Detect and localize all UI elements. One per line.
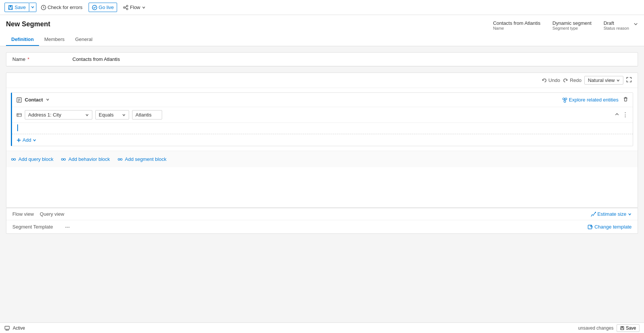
svg-rect-50 <box>621 326 623 327</box>
header-segment-type-label: Segment type <box>552 26 591 30</box>
chevron-down-icon <box>633 22 638 26</box>
svg-rect-45 <box>5 326 9 329</box>
redo-icon <box>563 78 568 83</box>
svg-line-5 <box>44 8 44 8</box>
undo-button[interactable]: Undo <box>542 77 560 83</box>
svg-point-8 <box>126 5 128 7</box>
svg-rect-1 <box>9 5 11 7</box>
tab-general[interactable]: General <box>70 34 98 46</box>
tab-definition[interactable]: Definition <box>6 34 39 46</box>
chevron-down-icon <box>46 98 50 101</box>
header-status-reason-value: Draft <box>603 20 629 26</box>
svg-rect-26 <box>17 114 21 117</box>
screen-icon <box>5 325 10 331</box>
behavior-icon <box>61 157 66 162</box>
svg-rect-22 <box>624 98 627 101</box>
chevron-down-icon <box>33 138 36 142</box>
change-template-button[interactable]: Change template <box>588 224 632 230</box>
header-status-reason-label: Status reason <box>603 26 629 30</box>
main-toolbar: Save Check for errors Go live Flow <box>0 0 644 15</box>
name-label: Name * <box>12 56 72 62</box>
chevron-down-icon <box>616 79 620 82</box>
clock-icon <box>41 5 46 10</box>
header-name-value: Contacts from Atlantis <box>493 20 540 26</box>
flow-button[interactable]: Flow <box>120 3 148 12</box>
svg-point-38 <box>120 158 122 160</box>
go-live-button[interactable]: Go live <box>89 3 117 12</box>
add-behavior-block-button[interactable]: Add behavior block <box>61 156 110 162</box>
add-condition-button[interactable]: Add <box>17 137 36 143</box>
explore-icon <box>562 97 567 103</box>
chevron-down-icon <box>628 212 632 216</box>
go-live-icon <box>92 5 97 10</box>
tabs: Definition Members General <box>6 34 638 46</box>
header-segment-type-value: Dynamic segment <box>552 20 591 26</box>
condition-field-button[interactable]: Address 1: City <box>25 110 92 120</box>
svg-point-7 <box>123 7 125 8</box>
add-query-block-button[interactable]: Add query block <box>11 156 53 162</box>
flow-chevron-icon <box>142 6 146 9</box>
redo-button[interactable]: Redo <box>563 77 581 83</box>
text-cursor <box>17 124 18 131</box>
segment-builder: Undo Redo Natural view Contact <box>6 73 638 208</box>
page-header: New Segment Contacts from Atlantis Name … <box>0 15 644 46</box>
svg-point-32 <box>14 158 16 160</box>
plus-icon <box>17 138 21 142</box>
add-segment-block-button[interactable]: Add segment block <box>117 156 167 162</box>
status-active-text: Active <box>13 325 25 331</box>
block-actions: Add query block Add behavior block Add s… <box>6 151 638 167</box>
builder-toolbar: Undo Redo Natural view <box>6 73 638 88</box>
header-collapse-button[interactable] <box>633 22 638 27</box>
main-content: Name * Contacts from Atlantis Undo Redo … <box>0 46 644 322</box>
svg-point-31 <box>12 158 14 160</box>
svg-point-35 <box>64 158 66 160</box>
status-bar: Active unsaved changes Save <box>0 322 644 333</box>
flow-view-button[interactable]: Flow view <box>12 211 34 217</box>
expand-icon <box>626 77 632 82</box>
chevron-up-icon <box>615 112 619 117</box>
bottom-section: Flow view Query view Estimate size Segme… <box>6 208 638 234</box>
svg-line-11 <box>125 8 126 9</box>
save-button[interactable]: Save <box>5 3 29 12</box>
svg-point-9 <box>126 8 128 10</box>
header-meta: Contacts from Atlantis Name Dynamic segm… <box>493 20 629 30</box>
condition-more-button[interactable]: ⋮ <box>622 112 628 118</box>
svg-point-17 <box>565 98 567 100</box>
chevron-down-icon <box>31 5 35 9</box>
svg-point-16 <box>563 98 564 100</box>
condition-collapse-button[interactable] <box>615 112 619 118</box>
status-save-button[interactable]: Save <box>617 324 639 332</box>
field-icon <box>17 112 22 118</box>
query-view-button[interactable]: Query view <box>40 211 64 217</box>
save-icon <box>620 326 624 330</box>
template-label: Segment Template <box>12 224 53 230</box>
contact-dropdown-button[interactable] <box>46 97 50 103</box>
condition-value: Atlantis <box>132 110 162 120</box>
explore-related-button[interactable]: Explore related entities <box>562 97 618 103</box>
delete-icon <box>623 97 628 102</box>
undo-icon <box>542 78 547 83</box>
contact-icon <box>17 97 22 103</box>
delete-block-button[interactable] <box>623 97 628 103</box>
condition-operator-button[interactable]: Equals <box>95 110 129 120</box>
svg-point-37 <box>118 158 120 160</box>
condition-row: Address 1: City Equals Atlantis ⋮ <box>12 107 633 123</box>
page-title: New Segment <box>6 20 50 28</box>
query-icon <box>11 157 16 162</box>
name-card: Name * Contacts from Atlantis <box>6 52 638 67</box>
estimate-size-button[interactable]: Estimate size <box>591 211 632 217</box>
check-errors-button[interactable]: Check for errors <box>38 3 86 12</box>
chevron-down-icon <box>85 113 89 117</box>
add-row: Add <box>12 134 633 146</box>
segment-icon <box>117 157 123 162</box>
estimate-icon <box>591 212 596 217</box>
tab-members[interactable]: Members <box>39 34 70 46</box>
natural-view-button[interactable]: Natural view <box>584 76 623 85</box>
change-template-icon <box>588 224 593 230</box>
contact-block: Contact Explore related entities <box>11 92 633 146</box>
name-value: Contacts from Atlantis <box>72 56 120 62</box>
save-dropdown-button[interactable] <box>29 3 36 12</box>
expand-button[interactable] <box>626 77 632 84</box>
svg-point-34 <box>62 158 63 160</box>
svg-point-18 <box>564 100 566 102</box>
